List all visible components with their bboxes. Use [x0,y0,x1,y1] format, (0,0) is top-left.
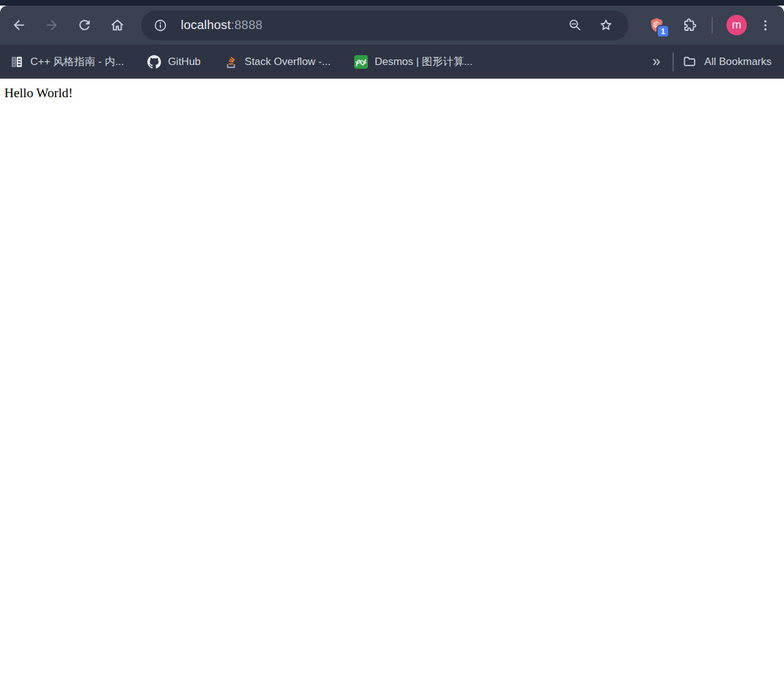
info-icon [154,19,167,32]
site-info-button[interactable] [150,15,171,36]
profile-avatar[interactable]: m [726,15,747,35]
back-arrow-icon [11,17,27,33]
address-bar[interactable]: localhost:8888 [141,11,629,40]
bookmark-label: C++ 风格指南 - 内... [30,54,124,69]
bookmark-desmos[interactable]: Desmos | 图形计算... [348,51,479,72]
home-icon [110,17,125,33]
github-icon [147,55,161,69]
bookmarks-divider [673,53,674,71]
bookmark-cpp-styleguide[interactable]: C++ 风格指南 - 内... [4,51,130,72]
browser-menu-button[interactable] [753,11,778,40]
back-button[interactable] [2,11,35,40]
forward-arrow-icon [44,17,59,33]
toolbar-divider [712,17,713,33]
kebab-menu-icon [759,19,772,32]
all-bookmarks-label: All Bookmarks [704,56,772,68]
avatar-letter: m [732,19,741,32]
folder-icon [682,54,697,69]
url-port: :8888 [231,18,263,32]
bookmarks-bar: C++ 风格指南 - 内... GitHub Stack Overflow -.… [0,45,784,79]
page-content: Hello World! [0,79,784,108]
bookmark-label: GitHub [168,56,201,68]
bookmark-label: Stack Overflow -... [245,56,331,68]
styleguide-icon [10,55,24,69]
bookmark-label: Desmos | 图形计算... [375,54,473,69]
zoom-out-icon [568,18,582,32]
desmos-icon [354,55,368,69]
chevron-double-right-icon: » [653,53,661,69]
puzzle-icon [682,17,697,33]
all-bookmarks-button[interactable]: All Bookmarks [680,51,774,72]
url-field[interactable]: localhost:8888 [181,18,563,32]
url-host: localhost [181,18,231,32]
hello-world-text: Hello World! [4,85,780,101]
bookmark-star-button[interactable] [594,14,617,37]
adblock-extension-button[interactable]: 1 [642,11,671,40]
bookmark-github[interactable]: GitHub [141,51,207,72]
bookmark-stackoverflow[interactable]: Stack Overflow -... [218,51,337,72]
star-icon [599,18,613,32]
browser-toolbar: localhost:8888 1 m [0,6,784,45]
refresh-icon [77,17,92,33]
refresh-button[interactable] [68,11,101,40]
bookmarks-overflow-button[interactable]: » [647,54,667,69]
extensions-button[interactable] [674,11,704,40]
extension-badge: 1 [656,25,669,38]
home-button[interactable] [101,11,134,40]
zoom-out-button[interactable] [563,14,586,37]
forward-button[interactable] [35,11,68,40]
window-frame-strip [0,0,784,6]
stackoverflow-icon [224,55,238,69]
